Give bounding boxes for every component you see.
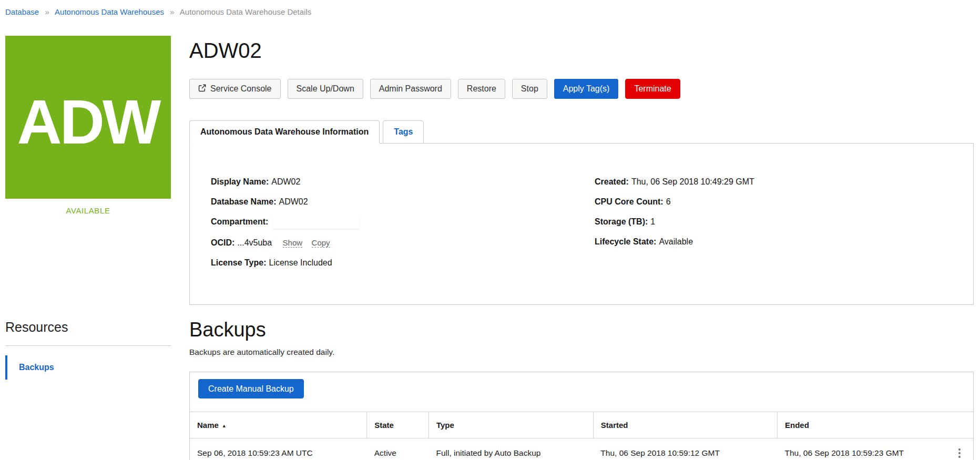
service-console-label: Service Console xyxy=(210,84,272,94)
compartment-redacted-value xyxy=(273,216,360,229)
column-label: Name xyxy=(197,421,219,430)
service-console-button[interactable]: Service Console xyxy=(189,79,281,99)
action-toolbar: Service Console Scale Up/Down Admin Pass… xyxy=(189,79,974,99)
field-label: CPU Core Count: xyxy=(595,197,663,206)
backups-table: Name▲ State Type Started Ended Sep 06, 2… xyxy=(190,412,973,460)
field-label: Lifecycle State: xyxy=(595,237,656,246)
field-value: Thu, 06 Sep 2018 10:49:29 GMT xyxy=(631,177,754,186)
create-manual-backup-button[interactable]: Create Manual Backup xyxy=(198,379,304,398)
details-right-column: Created:Thu, 06 Sep 2018 10:49:29 GMT CP… xyxy=(595,176,973,304)
sidebar-item-label: Backups xyxy=(19,363,54,372)
adw-information-panel: Display Name:ADW02 Database Name:ADW02 C… xyxy=(189,143,974,305)
breadcrumb-current: Autonomous Data Warehouse Details xyxy=(180,7,311,16)
field-label: License Type: xyxy=(211,258,267,267)
breadcrumb-link-autonomous-data-warehouses[interactable]: Autonomous Data Warehouses xyxy=(55,7,164,16)
field-database-name: Database Name:ADW02 xyxy=(211,196,595,208)
field-value: ADW02 xyxy=(271,177,300,186)
field-label: Storage (TB): xyxy=(595,217,648,226)
field-label: OCID: xyxy=(211,238,234,247)
column-header-ended[interactable]: Ended xyxy=(777,412,973,438)
apply-tags-button[interactable]: Apply Tag(s) xyxy=(554,79,619,99)
ocid-show-link[interactable]: Show xyxy=(283,238,303,248)
field-value: Available xyxy=(659,237,693,246)
cell-backup-state: Active xyxy=(367,438,429,460)
column-header-name[interactable]: Name▲ xyxy=(190,412,367,438)
field-display-name: Display Name:ADW02 xyxy=(211,176,595,188)
main-content: ADW02 Service Console Scale Up/Down Admi… xyxy=(189,32,974,460)
cell-backup-ended: Thu, 06 Sep 2018 10:59:23 GMT xyxy=(784,448,904,458)
resources-divider xyxy=(5,345,171,346)
field-value: License Included xyxy=(269,258,332,267)
adw-badge: ADW xyxy=(5,36,171,199)
stop-button[interactable]: Stop xyxy=(512,79,547,99)
kebab-menu-icon[interactable] xyxy=(954,447,965,459)
breadcrumb-separator: » xyxy=(170,7,174,16)
tab-adw-information[interactable]: Autonomous Data Warehouse Information xyxy=(189,120,380,144)
field-label: Created: xyxy=(595,177,629,186)
tab-tags[interactable]: Tags xyxy=(383,120,424,144)
field-license-type: License Type:License Included xyxy=(211,257,595,269)
ocid-copy-link[interactable]: Copy xyxy=(312,238,330,248)
cell-backup-type: Full, initiated by Auto Backup xyxy=(428,438,593,460)
field-value: ADW02 xyxy=(279,197,308,206)
field-ocid: OCID:...4v5uba Show Copy xyxy=(211,237,595,249)
tab-bar: Autonomous Data Warehouse Information Ta… xyxy=(189,120,974,143)
field-label: Database Name: xyxy=(211,197,277,206)
field-compartment: Compartment: xyxy=(211,216,595,229)
field-cpu-core-count: CPU Core Count:6 xyxy=(595,196,973,208)
cell-backup-started: Thu, 06 Sep 2018 10:59:12 GMT xyxy=(593,438,777,460)
backups-heading: Backups xyxy=(189,319,974,341)
terminate-button[interactable]: Terminate xyxy=(625,79,680,99)
admin-password-button[interactable]: Admin Password xyxy=(370,79,451,99)
scale-up-down-button[interactable]: Scale Up/Down xyxy=(288,79,363,99)
field-value: 1 xyxy=(650,217,655,226)
table-row: Sep 06, 2018 10:59:23 AM UTC Active Full… xyxy=(190,438,973,460)
status-badge: AVAILABLE xyxy=(5,206,171,215)
column-header-state[interactable]: State xyxy=(367,412,429,438)
sort-ascending-icon: ▲ xyxy=(222,423,227,428)
backups-subtitle: Backups are automatically created daily. xyxy=(189,347,974,357)
breadcrumb-separator: » xyxy=(45,7,49,16)
field-value: ...4v5uba xyxy=(237,238,272,247)
external-link-icon xyxy=(198,84,206,94)
page-title: ADW02 xyxy=(189,38,974,63)
cell-backup-name: Sep 06, 2018 10:59:23 AM UTC xyxy=(190,438,367,460)
field-label: Compartment: xyxy=(211,217,268,226)
restore-button[interactable]: Restore xyxy=(458,79,505,99)
resources-heading: Resources xyxy=(5,320,171,335)
field-storage-tb: Storage (TB):1 xyxy=(595,216,973,228)
field-lifecycle-state: Lifecycle State:Available xyxy=(595,236,973,248)
adw-badge-text: ADW xyxy=(17,91,159,153)
breadcrumb-link-database[interactable]: Database xyxy=(5,7,39,16)
details-left-column: Display Name:ADW02 Database Name:ADW02 C… xyxy=(211,176,595,304)
resources-nav: Resources Backups xyxy=(5,320,171,380)
column-header-type[interactable]: Type xyxy=(428,412,593,438)
table-header-row: Name▲ State Type Started Ended xyxy=(190,412,973,438)
backups-panel: Create Manual Backup Name▲ State Type St… xyxy=(189,372,974,460)
field-label: Display Name: xyxy=(211,177,269,186)
sidebar-item-backups[interactable]: Backups xyxy=(5,355,171,380)
field-created: Created:Thu, 06 Sep 2018 10:49:29 GMT xyxy=(595,176,973,188)
column-header-started[interactable]: Started xyxy=(593,412,777,438)
field-value: 6 xyxy=(666,197,671,206)
breadcrumb: Database » Autonomous Data Warehouses » … xyxy=(5,7,311,16)
